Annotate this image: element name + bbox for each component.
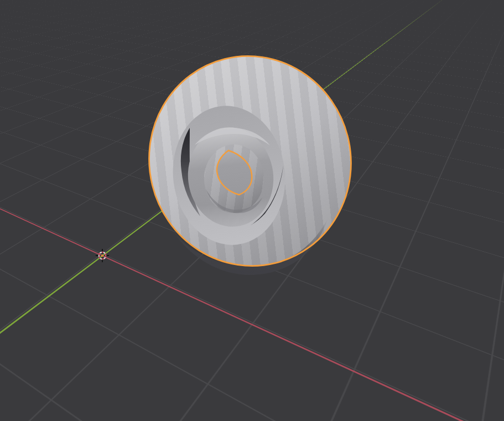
3d-viewport[interactable] [0,0,504,421]
viewport-overlay [0,0,504,421]
3d-cursor-center-dot [101,254,103,257]
selected-mesh-object[interactable] [127,35,373,288]
3d-cursor [96,249,109,262]
